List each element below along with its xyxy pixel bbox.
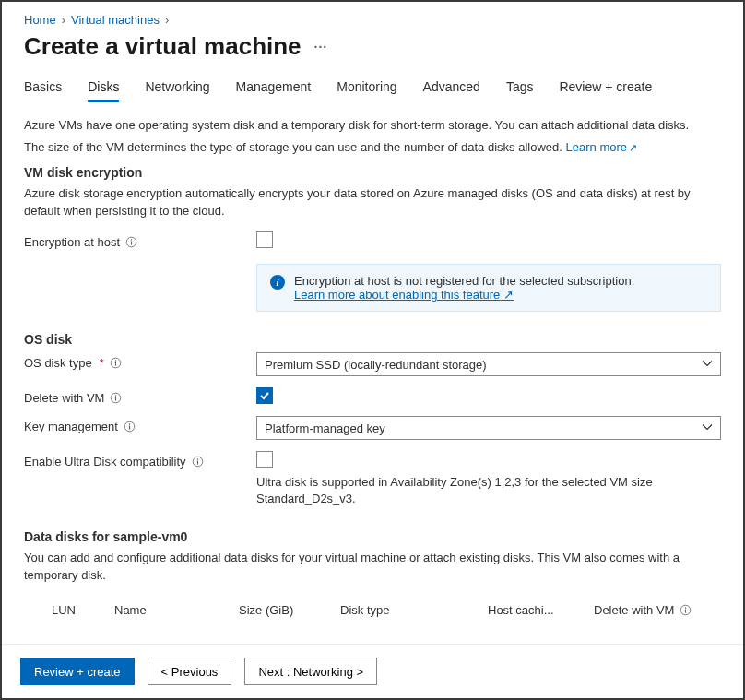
col-delete: Delete with VM (594, 603, 674, 617)
encryption-info-banner: i Encryption at host is not registered f… (256, 264, 721, 312)
os-disk-type-value: Premium SSD (locally-redundant storage) (265, 358, 487, 372)
tab-management[interactable]: Management (236, 79, 312, 102)
svg-point-4 (115, 360, 116, 361)
svg-point-16 (685, 607, 686, 608)
previous-button[interactable]: < Previous (148, 658, 232, 685)
section-encryption-desc: Azure disk storage encryption automatica… (24, 185, 721, 220)
tab-networking[interactable]: Networking (145, 79, 209, 102)
svg-rect-2 (131, 242, 132, 245)
encryption-info-message: Encryption at host is not registered for… (294, 274, 634, 288)
encryption-at-host-label: Encryption at host (24, 235, 120, 249)
key-management-select[interactable]: Platform-managed key (256, 416, 721, 440)
intro-line1: Azure VMs have one operating system disk… (24, 117, 721, 134)
col-size: Size (GiB) (239, 603, 340, 617)
info-icon[interactable] (125, 236, 137, 248)
svg-point-7 (115, 395, 116, 396)
section-datadisks-desc: You can add and configure additional dat… (24, 550, 721, 585)
key-management-label: Key management (24, 420, 118, 433)
svg-rect-14 (197, 461, 198, 465)
tabs: Basics Disks Networking Management Monit… (24, 79, 721, 102)
svg-point-13 (196, 458, 197, 459)
key-management-value: Platform-managed key (265, 421, 385, 435)
required-indicator: * (100, 356, 104, 370)
external-link-icon: ↗ (503, 288, 514, 302)
info-icon[interactable] (680, 604, 692, 616)
svg-point-1 (131, 239, 132, 240)
page-title: Create a virtual machine (24, 32, 302, 61)
svg-rect-8 (115, 397, 116, 401)
info-icon[interactable] (192, 456, 204, 468)
breadcrumb-home[interactable]: Home (24, 13, 56, 27)
chevron-right-icon: › (62, 13, 65, 27)
svg-rect-11 (129, 426, 130, 430)
breadcrumb-vms[interactable]: Virtual machines (71, 13, 160, 27)
delete-with-vm-checkbox[interactable] (256, 387, 273, 404)
external-link-icon: ↗ (629, 142, 637, 153)
svg-rect-17 (685, 610, 686, 613)
datadisk-table-header: LUN Name Size (GiB) Disk type Host cachi… (24, 596, 721, 624)
encryption-at-host-checkbox[interactable] (256, 231, 273, 248)
info-icon[interactable] (110, 357, 122, 369)
ultra-disk-label: Enable Ultra Disk compatibility (24, 455, 186, 469)
more-actions-icon[interactable]: ··· (314, 40, 328, 54)
ultra-disk-helptext: Ultra disk is supported in Availability … (256, 474, 721, 507)
footer: Review + create < Previous Next : Networ… (2, 644, 743, 698)
chevron-right-icon: › (165, 13, 169, 27)
os-disk-type-label: OS disk type (24, 356, 92, 370)
svg-point-10 (129, 423, 130, 424)
tab-tags[interactable]: Tags (506, 79, 534, 102)
tab-monitoring[interactable]: Monitoring (337, 79, 396, 102)
svg-rect-5 (115, 362, 116, 366)
encryption-info-link[interactable]: Learn more about enabling this feature ↗ (294, 288, 514, 302)
section-datadisks-heading: Data disks for sample-vm0 (24, 529, 721, 544)
col-type: Disk type (340, 603, 488, 617)
next-button[interactable]: Next : Networking > (244, 658, 377, 685)
chevron-down-icon (702, 358, 713, 372)
breadcrumb: Home › Virtual machines › (24, 13, 721, 27)
info-icon: i (270, 275, 285, 290)
col-lun: LUN (52, 603, 114, 617)
info-icon[interactable] (110, 392, 122, 404)
tab-advanced[interactable]: Advanced (423, 79, 480, 102)
col-name: Name (114, 603, 239, 617)
section-osdisk-heading: OS disk (24, 332, 721, 347)
info-icon[interactable] (124, 421, 136, 433)
chevron-down-icon (702, 421, 713, 435)
tab-disks[interactable]: Disks (88, 79, 119, 102)
tab-review[interactable]: Review + create (559, 79, 652, 102)
tab-basics[interactable]: Basics (24, 79, 62, 102)
ultra-disk-checkbox[interactable] (256, 451, 273, 468)
review-create-button[interactable]: Review + create (20, 658, 135, 685)
intro-line2: The size of the VM determines the type o… (24, 139, 721, 156)
section-encryption-heading: VM disk encryption (24, 165, 721, 180)
col-cache: Host cachi... (488, 603, 594, 617)
delete-with-vm-label: Delete with VM (24, 391, 104, 405)
learn-more-link[interactable]: Learn more↗ (566, 140, 637, 154)
os-disk-type-select[interactable]: Premium SSD (locally-redundant storage) (256, 352, 721, 376)
